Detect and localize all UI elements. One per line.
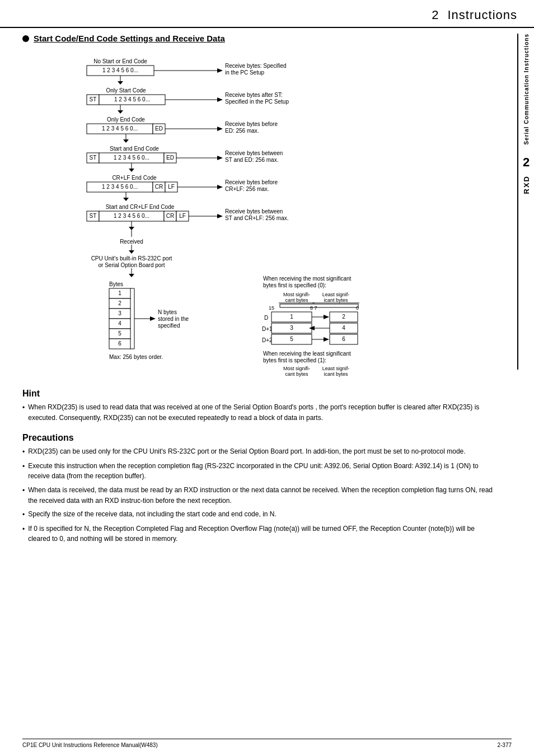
text-data2: 1 2 3 4 5 6 0...: [114, 96, 150, 102]
sidebar-section-label: Serial Communication Instructions: [523, 34, 530, 145]
label-crlf: CR+LF End Code: [112, 175, 157, 181]
byte-1: 1: [118, 290, 121, 296]
arrow3-head: [123, 139, 129, 143]
section-title-text: Start Code/End Code Settings and Receive…: [34, 34, 225, 43]
sidebar-category: RXD: [522, 175, 531, 194]
byte-5: 5: [118, 330, 121, 337]
main-content: Start Code/End Code Settings and Receive…: [0, 34, 516, 559]
n-arrow-head: [150, 316, 156, 321]
byte-6: 6: [118, 340, 121, 347]
n-bytes-2: stored in the: [158, 316, 189, 322]
max-label: Max: 256 bytes order.: [109, 354, 163, 360]
text-ed4: ED: [166, 155, 174, 161]
receive6-line1: Receive bytes between: [225, 208, 283, 214]
text-data3: 1 2 3 4 5 6 0...: [102, 125, 138, 132]
cpu-label2: or Serial Option Board port: [99, 262, 165, 268]
precaution-item-5: • If 0 is specified for N, the Reception…: [22, 524, 494, 544]
d1-label: D+1: [262, 326, 273, 332]
right-sidebar: Serial Communication Instructions 2 RXD: [518, 34, 534, 370]
msb-col1-label: Most signifi-: [283, 292, 310, 297]
hint-item-1: • When RXD(235) is used to read data tha…: [22, 402, 494, 423]
receive4-line2: ST and ED: 256 max.: [225, 157, 278, 163]
receive2-line2: Specified in the PC Setup: [225, 99, 289, 105]
receive2-line1: Receive bytes after ST:: [225, 92, 283, 98]
label-start-end: Start and End Code: [110, 146, 159, 152]
bit-15: 15: [269, 305, 274, 311]
msb-title1: When receiving the most significant: [263, 276, 352, 282]
precaution-bullet-2: •: [22, 461, 25, 482]
rarrow5: [217, 185, 223, 189]
d-arrow-head: [324, 315, 329, 319]
lsb-title2: bytes first is specified (1):: [263, 357, 326, 363]
receive1-line1: Receive bytes: Specified: [225, 63, 287, 69]
text-lf6: LF: [179, 213, 186, 219]
lsb-col2b: icant bytes: [324, 371, 348, 377]
lsb-col1b: cant bytes: [285, 371, 308, 377]
text-st4: ST: [90, 155, 97, 161]
label-start-crlf: Start and CR+LF End Code: [106, 204, 175, 210]
arrow5-head: [123, 198, 129, 201]
bit-87: 8 7: [310, 305, 317, 311]
n-bytes-3: specified: [158, 323, 180, 329]
receive4-line1: Receive bytes between: [225, 150, 283, 156]
received-label: Received: [120, 239, 143, 245]
rarrow2: [217, 97, 223, 102]
precaution-item-2: • Execute this instruction when the rece…: [22, 461, 494, 482]
lsb-col2: Least signif-: [322, 366, 350, 371]
precaution-bullet-3: •: [22, 486, 25, 506]
sidebar-chapter-number: 2: [523, 155, 530, 170]
precaution-text-5: If 0 is specified for N, the Reception C…: [28, 524, 494, 544]
receive3-line2: ED: 256 max.: [225, 128, 259, 134]
lsb-title1: When receiving the least significant: [263, 351, 351, 357]
precaution-bullet-5: •: [22, 524, 25, 544]
text-st2: ST: [90, 96, 97, 102]
d-cell1: 1: [290, 314, 293, 320]
msb-col2-label2: icant bytes: [324, 297, 348, 303]
d2-label: D+2: [262, 337, 273, 343]
receive3-line1: Receive bytes before: [225, 121, 278, 127]
precaution-text-4: Specify the size of the receive data, no…: [28, 509, 277, 520]
precaution-text-1: RXD(235) can be used only for the CPU Un…: [28, 446, 465, 458]
precaution-bullet-1: •: [22, 447, 25, 458]
text-data5: 1 2 3 4 5 6 0...: [102, 184, 138, 190]
page-header: 2 Instructions: [0, 0, 534, 28]
precaution-item-1: • RXD(235) can be used only for the CPU …: [22, 446, 494, 458]
msb-col2-label: Least signif-: [322, 292, 350, 297]
rarrow4: [217, 156, 223, 160]
d1-cell2: 4: [342, 325, 345, 331]
text-cr6: CR: [166, 213, 174, 219]
arrow6-head: [129, 227, 134, 230]
received-arrow: [129, 250, 134, 254]
arrow4-head: [129, 169, 134, 172]
d2-cell1: 5: [290, 336, 293, 342]
section-title: Start Code/End Code Settings and Receive…: [22, 34, 494, 43]
n-bytes-1: N bytes: [158, 309, 177, 315]
label-no-start: No Start or End Code: [93, 58, 147, 64]
bytes-label-text: Bytes: [109, 281, 123, 287]
footer-left: CP1E CPU Unit Instructions Reference Man…: [22, 742, 158, 748]
d2-cell2: 6: [342, 336, 345, 342]
cpu-arrow: [129, 274, 134, 277]
byte-3: 3: [118, 310, 121, 316]
rarrow3: [217, 127, 223, 131]
d-label: D: [264, 315, 268, 321]
main-diagram-svg: No Start or End Code 1 2 3 4 5 6 0... Re…: [22, 52, 504, 377]
text-data6: 1 2 3 4 5 6 0...: [114, 213, 149, 219]
label-only-end: Only End Code: [107, 116, 145, 123]
label-only-start: Only Start Code: [106, 87, 146, 94]
d1-cell1: 3: [290, 325, 293, 331]
precaution-text-2: Execute this instruction when the recept…: [28, 461, 494, 482]
hint-text-1: When RXD(235) is used to read data that …: [28, 402, 494, 423]
precaution-text-3: When data is received, the data must be …: [28, 485, 494, 506]
cpu-label1: CPU Unit's built-in RS-232C port: [91, 255, 172, 262]
hint-title: Hint: [22, 389, 494, 399]
receive1-line2: in the PC Setup: [225, 69, 264, 76]
msb-title2: bytes first is specified (0):: [263, 282, 326, 288]
text-data4: 1 2 3 4 5 6 0...: [114, 155, 149, 161]
receive5-line2: CR+LF: 256 max.: [225, 186, 269, 192]
hint-bullet-1: •: [22, 403, 25, 423]
byte-4: 4: [118, 320, 121, 326]
precautions-title: Precautions: [22, 433, 494, 443]
rarrow1: [217, 68, 223, 73]
diagram-container: No Start or End Code 1 2 3 4 5 6 0... Re…: [22, 52, 494, 379]
